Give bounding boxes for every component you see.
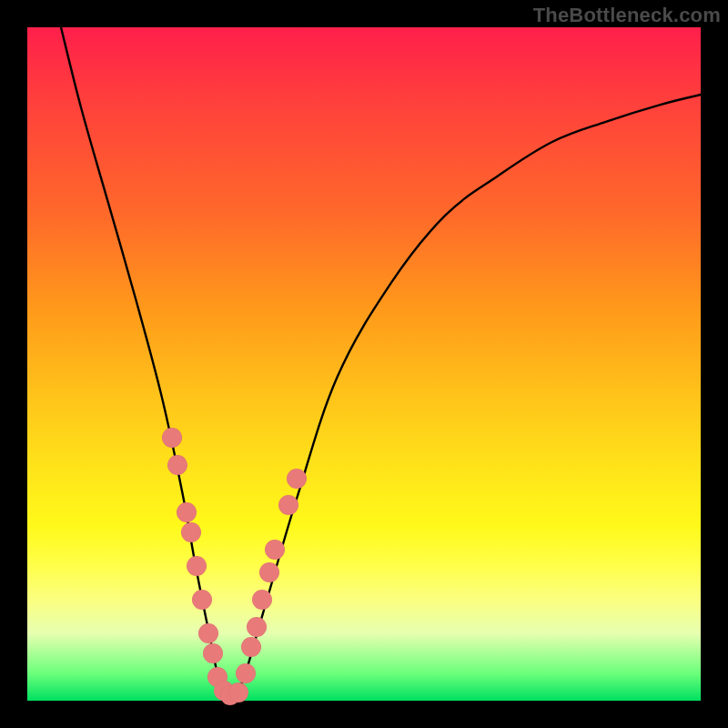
data-marker xyxy=(181,522,201,542)
data-marker xyxy=(247,617,267,637)
data-marker xyxy=(198,623,218,643)
data-marker xyxy=(265,540,285,560)
plot-area xyxy=(27,27,701,701)
data-marker xyxy=(228,682,248,703)
data-marker xyxy=(236,663,256,683)
data-marker xyxy=(203,643,223,663)
watermark-text: TheBottleneck.com xyxy=(533,4,721,27)
curve-svg xyxy=(27,27,701,701)
chart-frame: TheBottleneck.com xyxy=(0,0,728,728)
data-marker xyxy=(167,455,187,475)
bottleneck-curve xyxy=(61,27,701,701)
data-marker xyxy=(259,562,279,582)
data-marker xyxy=(287,469,307,489)
